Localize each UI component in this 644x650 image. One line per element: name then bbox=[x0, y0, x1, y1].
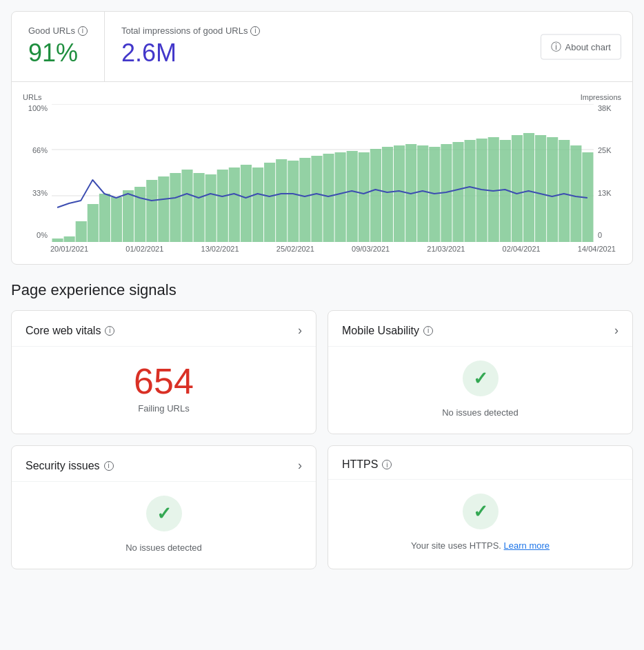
y-right-0: 0 bbox=[598, 231, 602, 239]
y-axis-left-label: URLs bbox=[23, 93, 42, 101]
svg-rect-18 bbox=[217, 170, 228, 242]
https-info-icon[interactable]: i bbox=[382, 460, 392, 469]
svg-rect-20 bbox=[241, 165, 252, 242]
https-check-icon: ✓ bbox=[473, 501, 488, 522]
y-left-33: 33% bbox=[32, 189, 48, 197]
x-label-3: 25/02/2021 bbox=[276, 245, 314, 253]
security-issues-card: Security issues i › ✓ No issues detected bbox=[11, 445, 316, 569]
svg-rect-15 bbox=[181, 170, 192, 242]
https-header[interactable]: HTTPS i bbox=[328, 446, 632, 480]
metrics-row: Good URLs i 91% Total impressions of goo… bbox=[12, 12, 632, 82]
x-label-2: 13/02/2021 bbox=[201, 245, 239, 253]
svg-rect-7 bbox=[88, 204, 99, 242]
core-web-vitals-header[interactable]: Core web vitals i › bbox=[12, 311, 316, 347]
svg-rect-47 bbox=[559, 140, 570, 242]
svg-rect-5 bbox=[64, 236, 75, 242]
svg-rect-46 bbox=[547, 137, 558, 242]
svg-rect-48 bbox=[570, 145, 581, 242]
security-issues-info-icon[interactable]: i bbox=[104, 461, 114, 471]
info-circle-icon: ⓘ bbox=[551, 40, 561, 53]
mobile-usability-body: ✓ No issues detected bbox=[328, 347, 632, 431]
svg-rect-41 bbox=[488, 137, 499, 242]
svg-rect-26 bbox=[311, 156, 322, 242]
x-label-6: 02/04/2021 bbox=[503, 245, 541, 253]
svg-rect-39 bbox=[465, 140, 476, 242]
good-urls-info-icon[interactable]: i bbox=[78, 26, 88, 36]
https-check-circle: ✓ bbox=[463, 494, 499, 529]
svg-rect-25 bbox=[299, 158, 310, 242]
svg-rect-19 bbox=[229, 167, 240, 242]
svg-rect-31 bbox=[370, 149, 381, 242]
x-label-4: 09/03/2021 bbox=[352, 245, 390, 253]
security-issues-title: Security issues i bbox=[26, 460, 114, 472]
https-learn-more-link[interactable]: Learn more bbox=[504, 540, 550, 551]
metrics-card: Good URLs i 91% Total impressions of goo… bbox=[11, 11, 633, 265]
svg-rect-17 bbox=[205, 174, 217, 242]
y-right-38k: 38K bbox=[598, 104, 612, 112]
svg-rect-10 bbox=[123, 190, 134, 242]
y-axis-right-label: Impressions bbox=[581, 93, 621, 101]
svg-rect-24 bbox=[288, 161, 299, 242]
total-impressions-label: Total impressions of good URLs i bbox=[121, 26, 261, 36]
svg-rect-8 bbox=[99, 194, 110, 242]
total-impressions-value: 2.6M bbox=[121, 39, 261, 68]
svg-rect-12 bbox=[146, 180, 157, 242]
y-left-66: 66% bbox=[32, 146, 48, 154]
y-right-25k: 25K bbox=[598, 146, 612, 154]
chart-svg-container bbox=[52, 104, 594, 242]
security-issues-chevron-icon: › bbox=[298, 458, 302, 473]
x-label-5: 21/03/2021 bbox=[427, 245, 465, 253]
chart-svg bbox=[52, 104, 594, 242]
svg-rect-28 bbox=[335, 152, 346, 242]
svg-rect-11 bbox=[134, 187, 145, 242]
svg-rect-22 bbox=[264, 163, 275, 242]
core-web-vitals-value: 654 bbox=[134, 363, 194, 399]
security-issues-header[interactable]: Security issues i › bbox=[12, 446, 316, 482]
x-axis-labels: 20/01/2021 01/02/2021 13/02/2021 25/02/2… bbox=[23, 242, 621, 258]
mobile-usability-title: Mobile Usability i bbox=[342, 325, 433, 337]
page-experience-title: Page experience signals bbox=[11, 281, 633, 299]
mobile-usability-check-icon: ✓ bbox=[473, 368, 488, 389]
svg-rect-33 bbox=[394, 145, 405, 242]
mobile-usability-header[interactable]: Mobile Usability i › bbox=[328, 311, 632, 347]
https-title: HTTPS i bbox=[342, 458, 392, 471]
svg-rect-38 bbox=[452, 142, 463, 242]
good-urls-value: 91% bbox=[28, 39, 88, 68]
total-impressions-info-icon[interactable]: i bbox=[250, 26, 260, 36]
svg-rect-35 bbox=[417, 145, 428, 242]
core-web-vitals-title: Core web vitals i bbox=[26, 325, 114, 337]
core-web-vitals-chevron-icon: › bbox=[298, 323, 302, 338]
svg-rect-21 bbox=[252, 167, 263, 242]
x-label-1: 01/02/2021 bbox=[125, 245, 163, 253]
svg-rect-44 bbox=[523, 133, 534, 242]
svg-rect-43 bbox=[512, 135, 523, 242]
about-chart-button[interactable]: ⓘ About chart bbox=[541, 34, 622, 59]
security-issues-check-icon: ✓ bbox=[157, 503, 172, 525]
mobile-usability-check-circle: ✓ bbox=[463, 360, 499, 396]
svg-rect-16 bbox=[194, 173, 205, 242]
mobile-usability-chevron-icon: › bbox=[614, 323, 618, 338]
mobile-usability-sublabel: No issues detected bbox=[442, 407, 519, 418]
https-card: HTTPS i ✓ Your site uses HTTPS. Learn mo… bbox=[328, 445, 633, 569]
x-label-0: 20/01/2021 bbox=[50, 245, 88, 253]
core-web-vitals-info-icon[interactable]: i bbox=[105, 326, 114, 336]
mobile-usability-card: Mobile Usability i › ✓ No issues detecte… bbox=[328, 310, 633, 434]
svg-rect-30 bbox=[359, 152, 370, 242]
y-left-100: 100% bbox=[28, 104, 48, 112]
y-left-0: 0% bbox=[37, 231, 48, 239]
svg-rect-9 bbox=[111, 197, 122, 242]
svg-rect-4 bbox=[52, 238, 63, 242]
svg-rect-29 bbox=[347, 151, 358, 242]
security-issues-body: ✓ No issues detected bbox=[12, 482, 316, 567]
core-web-vitals-card: Core web vitals i › 654 Failing URLs bbox=[11, 310, 316, 434]
good-urls-label: Good URLs i bbox=[28, 26, 88, 36]
svg-rect-36 bbox=[429, 147, 440, 242]
good-urls-block: Good URLs i 91% bbox=[12, 12, 105, 81]
svg-rect-23 bbox=[276, 159, 287, 242]
security-issues-sublabel: No issues detected bbox=[125, 542, 202, 553]
svg-rect-45 bbox=[535, 135, 546, 242]
mobile-usability-info-icon[interactable]: i bbox=[423, 326, 433, 336]
signals-grid: Core web vitals i › 654 Failing URLs Mob… bbox=[11, 310, 633, 569]
https-body: ✓ Your site uses HTTPS. Learn more bbox=[328, 480, 632, 565]
svg-rect-27 bbox=[323, 154, 334, 242]
